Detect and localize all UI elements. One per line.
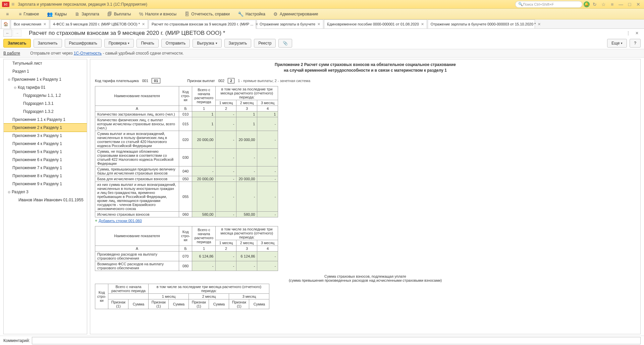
minimize-icon[interactable]: — (617, 1, 625, 8)
status-link[interactable]: 1С-Отчетность (74, 51, 102, 56)
cell-total[interactable]: 6 124,86 (192, 251, 216, 261)
global-search[interactable]: 🔍 Поиск Ctrl+Shift+F (515, 1, 582, 8)
restore-icon[interactable]: □ (626, 1, 633, 8)
tree-node[interactable]: Приложение 5 к Разделу 1 (4, 148, 87, 156)
tree-node[interactable]: Титульный лист (4, 59, 87, 67)
main-menu-item[interactable]: ⚙Администрирование (269, 9, 322, 19)
help-button[interactable]: ? (630, 39, 641, 48)
main-menu-item[interactable]: 🔧Настройка (234, 9, 269, 19)
cell-total[interactable]: 20 000,00 (192, 176, 216, 182)
cell-m3[interactable]: - (257, 261, 278, 271)
star-icon[interactable]: ☆ (600, 1, 607, 8)
cell-m2[interactable]: 580,00 (236, 211, 257, 217)
section-tree[interactable]: Титульный листРаздел 1⊖Приложение 1 к Ра… (3, 59, 87, 334)
bell-icon[interactable]: 🔔 (584, 1, 590, 7)
cell-m1[interactable]: - (216, 211, 236, 217)
document-tab[interactable]: Расчет по страховым взносам за 9 месяцев… (149, 20, 256, 29)
tarif-value[interactable]: 01 (152, 78, 160, 83)
cell-total[interactable]: - (192, 261, 216, 271)
load-button[interactable]: Загрузить (224, 39, 252, 48)
cell-m3[interactable]: - (257, 166, 278, 176)
cell-m1[interactable]: - (216, 261, 236, 271)
cell-m2[interactable]: - (236, 148, 257, 166)
cell-m3[interactable]: - (257, 251, 278, 261)
cell-m2[interactable]: 1 (236, 111, 257, 117)
tree-node[interactable]: Приложение 4 к Разделу 1 (4, 140, 87, 148)
document-tab[interactable]: Единовременное пособие 0000-000001 от 01… (324, 19, 427, 28)
cell-total[interactable]: 1 (192, 111, 216, 117)
status-label[interactable]: В работе (3, 51, 20, 56)
close-app-icon[interactable]: ✕ (635, 1, 642, 8)
sign-value[interactable]: 2 (228, 78, 234, 83)
tree-node[interactable]: Приложение 9 к Разделу 1 (4, 180, 87, 188)
upload-button[interactable]: Выгрузка▾ (193, 39, 221, 48)
home-tab[interactable]: 🏠 (1, 19, 10, 28)
cell-m2[interactable]: 20 000,00 (236, 131, 257, 148)
tree-node[interactable]: ⊖Код тарифа 01 (4, 83, 87, 91)
cell-m2[interactable]: 20 000,00 (236, 176, 257, 182)
cell-m1[interactable]: - (216, 182, 236, 211)
twisty-icon[interactable]: ⊖ (8, 190, 12, 194)
cell-total[interactable]: 20 000,00 (192, 131, 216, 148)
cell-m2[interactable]: - (236, 261, 257, 271)
cell-m1[interactable]: - (216, 148, 236, 166)
cell-m1[interactable]: - (216, 176, 236, 182)
send-button[interactable]: Отправить (161, 39, 190, 48)
cell-m2[interactable]: - (236, 166, 257, 176)
history-icon[interactable]: ↻ (591, 1, 598, 8)
decode-button[interactable]: Расшифровать (65, 39, 102, 48)
tree-node[interactable]: Раздел 1 (4, 67, 87, 75)
tree-node[interactable]: Иванов Иван Иванович 01.01.1955 (4, 196, 87, 204)
document-tab[interactable]: Отражение зарплаты в бухучете✕ (257, 19, 323, 28)
close-icon[interactable]: ✕ (255, 22, 258, 26)
cell-m1[interactable]: - (216, 166, 236, 176)
cell-m1[interactable]: - (216, 117, 236, 131)
cell-m3[interactable]: 1 (257, 111, 278, 117)
tree-node[interactable]: Подраздел 1.3.2 (4, 108, 87, 116)
tree-node[interactable]: Приложение 1.1 к Разделу 1 (4, 116, 87, 124)
main-menu-item[interactable]: 👥Кадры (43, 9, 71, 19)
cell-m2[interactable]: - (236, 182, 257, 211)
close-icon[interactable]: ✕ (317, 22, 320, 26)
cell-m2[interactable]: 1 (236, 117, 257, 131)
cell-total[interactable]: 1 (192, 117, 216, 131)
more-button[interactable]: Еще▾ (607, 39, 627, 48)
cell-total[interactable]: - (192, 182, 216, 211)
back-button[interactable]: ← (3, 29, 12, 37)
document-tab[interactable]: 4-ФСС за 9 месяцев 2020 г. (МИР ЦВЕТОВ О… (50, 19, 148, 28)
menu-lines-icon[interactable]: ≡ (608, 1, 616, 8)
close-page-icon[interactable]: ✕ (633, 29, 641, 37)
tree-node[interactable]: ⊖Приложение 1 к Разделу 1 (4, 75, 87, 83)
main-menu-item[interactable]: 🗐Выплаты (103, 9, 135, 19)
kebab-icon[interactable]: ⋮ (625, 29, 632, 37)
cell-m3[interactable]: - (257, 117, 278, 131)
plus-icon[interactable]: + (95, 218, 97, 223)
comment-input[interactable] (32, 337, 641, 344)
cell-m3[interactable]: - (257, 211, 278, 217)
cell-total[interactable]: 580,00 (192, 211, 216, 217)
hamburger-icon[interactable]: ≡ (11, 1, 14, 7)
twisty-icon[interactable]: ⊖ (14, 86, 18, 89)
document-tab[interactable]: Отражение зарплаты в бухучете 0000-00000… (428, 19, 535, 28)
save-button[interactable]: Записать (3, 39, 31, 48)
cell-m2[interactable]: 6 124,86 (236, 251, 257, 261)
close-icon[interactable]: ✕ (142, 22, 145, 26)
tree-node[interactable]: Приложение 8 к Разделу 1 (4, 172, 87, 180)
main-menu-item[interactable]: %Налоги и взносы (135, 9, 180, 19)
forward-button[interactable]: → (13, 29, 21, 37)
cell-m1[interactable]: - (216, 111, 236, 117)
fill-button[interactable]: Заполнить (34, 39, 62, 48)
tree-node[interactable]: ⊖Раздел 3 (4, 188, 87, 196)
main-menu-item[interactable]: 🗄Отчетность, справки (180, 9, 234, 19)
cell-m3[interactable]: - (257, 131, 278, 148)
registry-button[interactable]: Реестр (254, 39, 276, 48)
twisty-icon[interactable]: ⊖ (8, 78, 12, 81)
cell-m3[interactable]: - (257, 176, 278, 182)
main-menu-item[interactable]: 🗎Зарплата (71, 9, 103, 19)
print-button[interactable]: Печать (137, 39, 158, 48)
cell-m1[interactable]: - (216, 131, 236, 148)
check-button[interactable]: Проверка▾ (104, 39, 134, 48)
add-rows-link[interactable]: Добавить строки 001-060 (99, 219, 142, 223)
cell-m3[interactable]: - (257, 182, 278, 211)
cell-total[interactable]: - (192, 148, 216, 166)
